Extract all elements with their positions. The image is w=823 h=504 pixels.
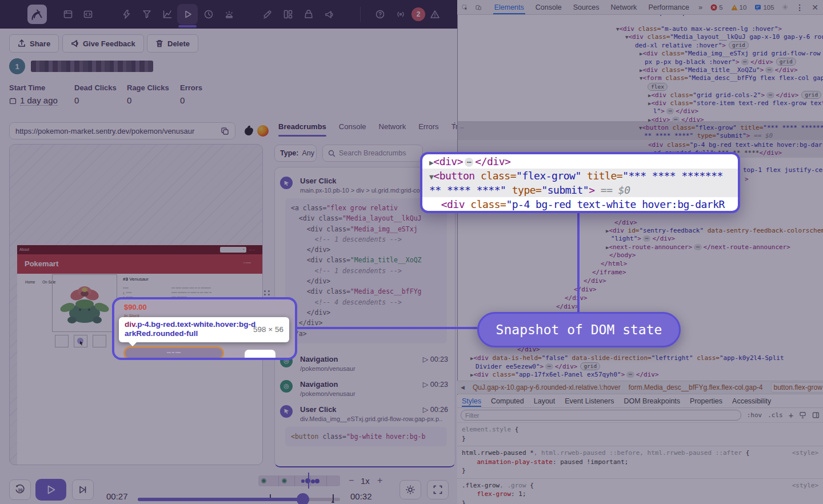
redacted-button-text: *** ** **** [167,351,181,355]
callout-code-row: ▶<div>⋯</div> [422,154,738,169]
callout-code-row: <div class="p-4 bg-red text-white hover:… [422,197,738,211]
annotation-connector-vertical [577,212,580,313]
inspect-tooltip: div.p-4.bg-red.text-white.hover:bg-d ark… [119,317,289,342]
callout-code-row: ▼<button class="flex-grow" title="*** **… [422,169,738,183]
code-token: "submit" [541,184,589,196]
tooltip-classes-2: arkRed.rounded-full [125,329,198,338]
snapshot-annotation-pill: Snapshot of DOM state [477,312,681,347]
code-token: class= [465,198,506,210]
site-white-pill [245,350,275,360]
code-token: <div [429,198,465,210]
snapshot-annotation-label: Snapshot of DOM state [496,322,662,337]
code-token: > [589,184,594,196]
code-token: <div> [433,155,463,167]
tooltip-dimensions: 598 × 56 [253,325,283,334]
code-token: "p-4 bg-red text-white hover:bg-darkR [506,198,724,210]
dim-overlay [0,0,823,504]
inspect-highlight-frame: $90.00 In Stock div.p-4.bg-red.text-whit… [112,297,297,360]
code-token: == $0 [594,184,630,196]
tooltip-pointer [128,342,137,346]
highlighted-submit-button[interactable]: *** ** **** [123,346,224,360]
dom-snippet-callout: ▶<div>⋯</div>▼<button class="flex-grow" … [420,152,740,213]
code-token: ** **** ****" [429,184,506,196]
code-token: class= [475,170,516,182]
product-price: $90.00 [124,303,147,311]
tooltip-tag: div [125,320,135,329]
code-token: <button [433,170,474,182]
code-token: </div> [475,155,510,167]
callout-code-row: ** **** ****" type="submit"> == $0 [422,183,738,197]
code-token: "*** **** ******* [622,170,723,182]
code-token: ⋯ [465,158,473,167]
code-token: type= [506,184,541,196]
tooltip-classes-1: .p-4.bg-red.text-white.hover:bg-d [135,320,256,329]
code-token: title= [581,170,622,182]
code-token: "flex-grow" [516,170,581,182]
screenshot-root: 2 Share Give Feedback Delete 1 Start Tim… [0,0,823,504]
annotation-connector-horizontal [297,327,477,329]
